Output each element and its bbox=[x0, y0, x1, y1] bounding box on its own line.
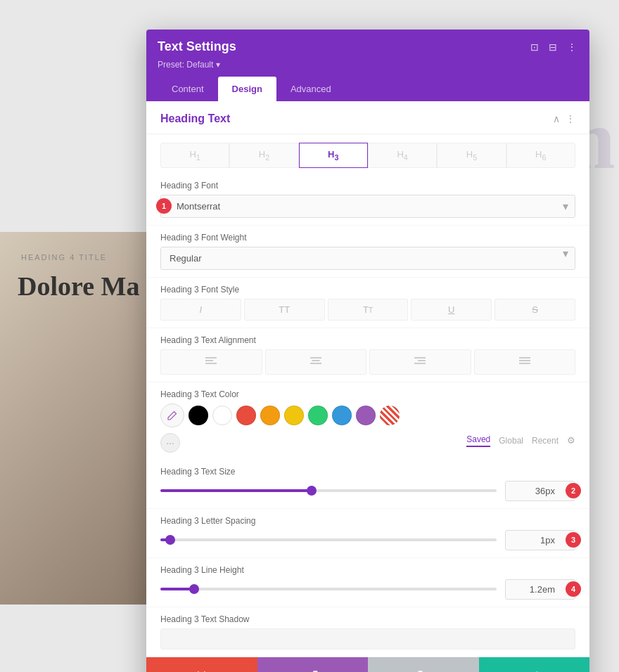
color-row bbox=[160, 403, 575, 427]
line-height-track[interactable] bbox=[160, 588, 497, 590]
letter-spacing-input[interactable] bbox=[505, 530, 575, 550]
font-style-setting: Heading 3 Font Style I TT TT U S bbox=[146, 278, 589, 328]
line-height-input-wrapper: 4 bbox=[505, 579, 575, 600]
swatch-white[interactable] bbox=[212, 406, 232, 425]
collapse-icon[interactable]: ∧ bbox=[553, 113, 560, 124]
save-button[interactable]: ✓ bbox=[479, 657, 590, 672]
font-select[interactable]: Montserrat bbox=[160, 195, 575, 218]
text-shadow-label: Heading 3 Text Shadow bbox=[160, 614, 575, 624]
tab-design[interactable]: Design bbox=[218, 77, 276, 101]
preset-label[interactable]: Preset: Default ▾ bbox=[158, 60, 578, 70]
font-weight-setting: Heading 3 Font Weight Regular ▾ bbox=[146, 226, 589, 278]
swatch-purple[interactable] bbox=[356, 406, 376, 425]
style-capitalize[interactable]: TT bbox=[328, 299, 409, 321]
text-size-setting: Heading 3 Text Size 2 bbox=[146, 460, 589, 509]
color-tab-global[interactable]: Global bbox=[499, 436, 523, 446]
text-size-label: Heading 3 Text Size bbox=[160, 467, 575, 477]
htab-h2[interactable]: H2 bbox=[229, 143, 298, 168]
color-settings-gear[interactable]: ⚙ bbox=[567, 435, 575, 446]
text-size-input[interactable] bbox=[505, 481, 575, 501]
modal-header: Text Settings ⊡ ⊟ ⋮ Preset: Default ▾ Co… bbox=[146, 30, 589, 101]
svg-rect-11 bbox=[519, 363, 530, 364]
reset-button[interactable]: ↺ bbox=[257, 657, 369, 672]
style-italic[interactable]: I bbox=[160, 299, 241, 321]
svg-rect-7 bbox=[418, 360, 426, 361]
swatch-blue[interactable] bbox=[332, 406, 352, 425]
layout-icon[interactable]: ⊟ bbox=[547, 40, 559, 54]
alignment-setting: Heading 3 Text Alignment bbox=[146, 328, 589, 382]
color-picker-button[interactable] bbox=[160, 403, 184, 427]
style-strikethrough[interactable]: S bbox=[494, 299, 575, 321]
color-tab-recent[interactable]: Recent bbox=[532, 436, 559, 446]
text-settings-modal: Text Settings ⊡ ⊟ ⋮ Preset: Default ▾ Co… bbox=[146, 30, 589, 672]
align-justify[interactable] bbox=[474, 349, 576, 375]
style-uppercase[interactable]: TT bbox=[244, 299, 325, 321]
svg-rect-2 bbox=[205, 363, 217, 364]
text-size-thumb[interactable] bbox=[307, 486, 317, 496]
more-colors-button[interactable]: ··· bbox=[160, 433, 180, 453]
svg-rect-6 bbox=[414, 357, 426, 358]
style-underline[interactable]: U bbox=[411, 299, 492, 321]
header-icons: ⊡ ⊟ ⋮ bbox=[529, 40, 578, 54]
line-height-input[interactable] bbox=[505, 579, 575, 600]
swatch-yellow[interactable] bbox=[284, 406, 304, 425]
svg-rect-9 bbox=[519, 357, 530, 358]
svg-rect-5 bbox=[310, 363, 321, 364]
letter-spacing-slider-container: 3 bbox=[160, 530, 575, 550]
color-section: Heading 3 Text Color ··· bbox=[146, 382, 589, 460]
bg-heading-text: Dolore Ma bbox=[18, 271, 139, 302]
badge-2: 2 bbox=[566, 483, 581, 498]
letter-spacing-input-wrapper: 3 bbox=[505, 530, 575, 550]
font-weight-wrapper: Regular ▾ bbox=[160, 247, 575, 270]
more-icon[interactable]: ⋮ bbox=[566, 40, 578, 54]
color-tab-bar: Saved Global Recent ⚙ bbox=[466, 434, 575, 451]
tab-content[interactable]: Content bbox=[158, 77, 218, 101]
section-controls: ∧ ⋮ bbox=[553, 113, 575, 124]
text-size-input-wrapper: 2 bbox=[505, 481, 575, 501]
swatch-red[interactable] bbox=[236, 406, 256, 425]
line-height-thumb[interactable] bbox=[189, 584, 199, 594]
svg-rect-10 bbox=[519, 360, 530, 361]
text-size-track[interactable] bbox=[160, 489, 497, 492]
modal-title: Text Settings bbox=[158, 39, 236, 54]
swatch-orange[interactable] bbox=[260, 406, 280, 425]
text-shadow-preview bbox=[160, 628, 575, 650]
htab-h5[interactable]: H5 bbox=[437, 143, 506, 168]
swatch-striped[interactable] bbox=[380, 406, 400, 425]
text-size-fill bbox=[160, 489, 312, 492]
line-height-setting: Heading 3 Line Height 4 bbox=[146, 558, 589, 607]
letter-spacing-thumb[interactable] bbox=[165, 535, 175, 545]
htab-h1[interactable]: H1 bbox=[160, 143, 229, 168]
font-setting: Heading 3 Font 1 Montserrat ▾ bbox=[146, 174, 589, 226]
htab-h6[interactable]: H6 bbox=[506, 143, 575, 168]
alignment-buttons bbox=[160, 349, 575, 375]
modal-footer: ✕ ↺ ↻ ✓ bbox=[146, 657, 589, 672]
section-header: Heading Text ∧ ⋮ bbox=[146, 101, 589, 134]
letter-spacing-label: Heading 3 Letter Spacing bbox=[160, 516, 575, 526]
svg-rect-8 bbox=[414, 363, 426, 364]
align-center[interactable] bbox=[265, 349, 367, 375]
htab-h4[interactable]: H4 bbox=[368, 143, 437, 168]
swatch-green[interactable] bbox=[308, 406, 328, 425]
section-title: Heading Text bbox=[160, 112, 230, 125]
alignment-label: Heading 3 Text Alignment bbox=[160, 335, 575, 345]
preview-icon[interactable]: ⊡ bbox=[529, 40, 540, 54]
font-select-wrapper: 1 Montserrat ▾ bbox=[160, 195, 575, 218]
align-right[interactable] bbox=[369, 349, 471, 375]
heading-tabs: H1 H2 H3 H4 H5 H6 bbox=[146, 134, 589, 174]
font-weight-label: Heading 3 Font Weight bbox=[160, 233, 575, 243]
tab-advanced[interactable]: Advanced bbox=[276, 77, 345, 101]
swatch-black[interactable] bbox=[189, 406, 208, 425]
htab-h3[interactable]: H3 bbox=[299, 143, 368, 168]
svg-rect-0 bbox=[205, 357, 217, 358]
font-weight-select[interactable]: Regular bbox=[160, 247, 575, 270]
letter-spacing-track[interactable] bbox=[160, 538, 497, 541]
cancel-button[interactable]: ✕ bbox=[146, 657, 257, 672]
section-more-icon[interactable]: ⋮ bbox=[566, 113, 575, 124]
redo-button[interactable]: ↻ bbox=[368, 657, 479, 672]
color-tab-saved[interactable]: Saved bbox=[466, 434, 490, 447]
align-left[interactable] bbox=[160, 349, 262, 375]
font-style-label: Heading 3 Font Style bbox=[160, 285, 575, 295]
modal-tabs: Content Design Advanced bbox=[158, 77, 578, 101]
letter-spacing-setting: Heading 3 Letter Spacing 3 bbox=[146, 509, 589, 558]
